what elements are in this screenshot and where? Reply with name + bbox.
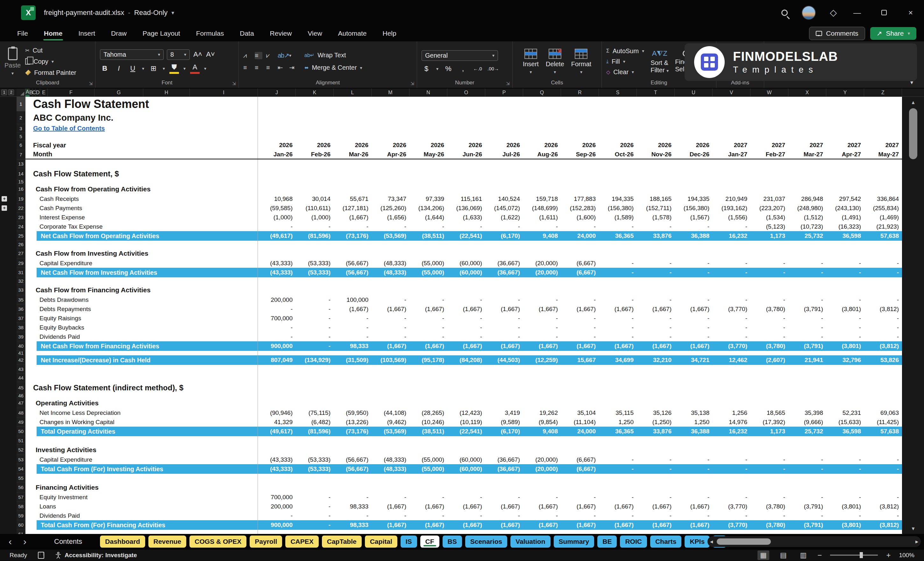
column-header-F[interactable]: F [48,88,94,96]
cell-M36[interactable]: (1,667) [372,304,410,314]
cell-T54[interactable]: - [637,464,675,474]
cell-X50[interactable]: 25,732 [788,427,826,436]
cell-V58[interactable]: (3,770) [712,502,750,511]
cell-O58[interactable]: (1,667) [447,502,485,511]
cell-Q24[interactable]: - [523,222,561,231]
cell-W58[interactable]: (3,780) [750,502,788,511]
cell-O48[interactable]: (12,423) [447,408,485,417]
alignment-dialog-launcher[interactable]: ⇲ [410,81,414,86]
cell-L29[interactable]: (56,667) [334,258,372,268]
cell-K36[interactable]: - [296,304,334,314]
cell-N53[interactable]: (55,000) [410,455,447,464]
row-header-60[interactable]: 60 [16,520,26,530]
cell-M40[interactable]: (1,667) [372,341,410,351]
row-header-59[interactable]: 59 [16,511,26,520]
cell-Y49[interactable]: (15,633) [826,417,864,427]
cell-V60[interactable]: (3,770) [712,520,750,530]
cell-X22[interactable]: (248,980) [788,204,826,213]
cell-U54[interactable]: - [675,464,712,474]
cell-V57[interactable]: - [712,492,750,502]
cell-U58[interactable]: (1,667) [675,502,712,511]
row-label[interactable]: Month [26,150,258,159]
cell-R23[interactable]: (1,600) [561,213,599,222]
cell-K60[interactable]: - [296,520,334,530]
cell-Y50[interactable]: 36,598 [826,427,864,436]
cell-Q31[interactable]: (20,000) [523,268,561,278]
cell-Z35[interactable]: - [864,295,902,304]
cell-S50[interactable]: 36,365 [599,427,637,436]
format-cells-button[interactable]: Format▾ [571,49,591,75]
cell-V25[interactable]: 16,232 [712,231,750,241]
cell-P31[interactable]: (36,667) [485,268,523,278]
cell-N39[interactable]: - [410,332,447,341]
read-only-badge[interactable]: Read-Only [134,9,168,17]
cell-J29[interactable]: (43,333) [258,258,296,268]
cell-N19[interactable]: 97,339 [410,194,447,204]
cell-V59[interactable]: - [712,511,750,520]
row-label[interactable] [26,474,258,482]
row-label[interactable] [26,159,258,168]
column-header-W[interactable]: W [750,88,788,96]
cell-Z59[interactable]: - [864,511,902,520]
cell-M50[interactable]: (53,569) [372,427,410,436]
cell-W60[interactable]: (3,780) [750,520,788,530]
cell-W48[interactable]: 18,565 [750,408,788,417]
normal-view-icon[interactable]: ▦ [758,550,769,560]
cell-O23[interactable]: (1,633) [447,213,485,222]
fill-color-icon[interactable]: ⛊ [170,63,179,74]
cell-Q7[interactable]: Aug-26 [523,150,561,159]
row-header-13[interactable]: 13 [16,159,26,168]
cell-N36[interactable]: (1,667) [410,304,447,314]
cell-Z38[interactable]: - [864,323,902,332]
cell-V22[interactable]: (193,162) [712,204,750,213]
cell-X25[interactable]: 25,732 [788,231,826,241]
cell-R48[interactable]: 35,104 [561,408,599,417]
cell-N7[interactable]: May-26 [410,150,447,159]
cell-L35[interactable]: 100,000 [334,295,372,304]
cell-K40[interactable]: - [296,341,334,351]
row-header-46[interactable]: 46 [16,393,26,398]
cell-J60[interactable]: 900,000 [258,520,296,530]
cell-N31[interactable]: (55,000) [410,268,447,278]
cell-Z6[interactable]: 2027 [864,140,902,150]
cell-J25[interactable]: (49,617) [258,231,296,241]
cell-R40[interactable]: (1,667) [561,341,599,351]
cell-Q48[interactable]: 19,262 [523,408,561,417]
cell-T50[interactable]: 33,876 [637,427,675,436]
column-header-Z[interactable]: Z [864,88,902,96]
tab-payroll[interactable]: Payroll [249,536,282,548]
cell-S22[interactable]: (156,380) [599,204,637,213]
cell-Y59[interactable]: - [826,511,864,520]
cell-Y39[interactable]: - [826,332,864,341]
cell-O19[interactable]: 115,161 [447,194,485,204]
row-header-52[interactable]: 52 [16,445,26,455]
wrap-text-button[interactable]: ab↵Wrap Text [304,52,362,59]
cell-Z53[interactable]: - [864,455,902,464]
cell-Z7[interactable]: May-27 [864,150,902,159]
cell-T6[interactable]: 2026 [637,140,675,150]
cell-M22[interactable]: (125,260) [372,204,410,213]
outline-expand-icon[interactable]: + [2,206,7,211]
menu-data[interactable]: Data [239,27,254,40]
menu-view[interactable]: View [307,27,322,40]
cell-K25[interactable]: (81,596) [296,231,334,241]
cell-L6[interactable]: 2026 [334,140,372,150]
cell-L37[interactable]: - [334,314,372,323]
cell-W35[interactable]: - [750,295,788,304]
cell-M29[interactable]: (48,333) [372,258,410,268]
row-header-15[interactable]: 15 [16,180,26,184]
cell-J48[interactable]: (90,946) [258,408,296,417]
merge-center-button[interactable]: ⬌Merge & Center▾ [304,64,362,71]
cell-J39[interactable]: - [258,332,296,341]
cell-U7[interactable]: Dec-26 [675,150,712,159]
cell-W25[interactable]: 1,173 [750,231,788,241]
row-header-49[interactable]: 49 [16,417,26,427]
cell-V31[interactable]: - [712,268,750,278]
select-all-corner[interactable] [16,88,26,96]
row-label[interactable]: Total Cash From (For) Investing Activiti… [26,464,258,474]
cell-Z57[interactable]: - [864,492,902,502]
column-header-H[interactable]: H [143,88,190,96]
cell-Z37[interactable]: - [864,314,902,323]
cell-Z23[interactable]: (1,469) [864,213,902,222]
cell-T19[interactable]: 188,165 [637,194,675,204]
